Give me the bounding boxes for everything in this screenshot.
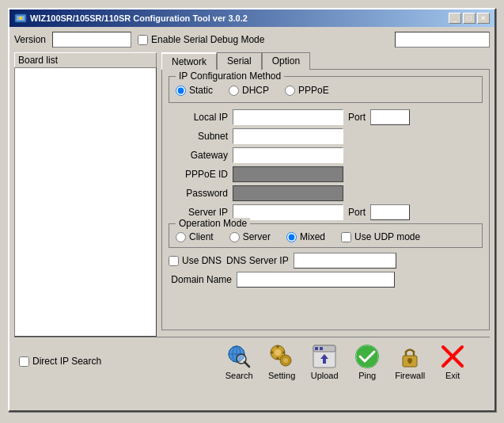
app-icon [14, 12, 27, 25]
search-button[interactable]: Search [218, 341, 260, 382]
exit-button[interactable]: Exit [432, 341, 473, 382]
operation-mode-group: Operation Mode Client Server [169, 223, 483, 248]
main-area: Board list Network Serial Option IP Conf… [14, 52, 490, 337]
svg-point-2 [19, 17, 22, 20]
minimize-button[interactable]: _ [449, 13, 461, 24]
gateway-input[interactable] [233, 147, 343, 163]
enable-serial-debug-checkbox[interactable] [138, 35, 148, 45]
tab-network[interactable]: Network [161, 52, 217, 70]
port-label: Port [348, 112, 366, 123]
use-dns-checkbox[interactable] [169, 256, 179, 266]
pppoe-id-label: PPPoE ID [169, 169, 228, 180]
subnet-input[interactable] [233, 128, 343, 144]
ping-button[interactable]: Ping [347, 341, 388, 382]
domain-name-label: Domain Name [169, 274, 232, 285]
firewall-icon [396, 342, 424, 371]
ip-config-radio-group: Static DHCP PPPoE [176, 85, 476, 96]
toolbar: Search [218, 341, 473, 382]
ip-config-title: IP Configuration Method [176, 70, 284, 82]
upload-button[interactable]: Upload [304, 341, 345, 382]
dhcp-radio[interactable] [229, 86, 239, 96]
gateway-label: Gateway [169, 150, 228, 161]
subnet-label: Subnet [169, 131, 228, 142]
port-input[interactable] [370, 109, 410, 125]
tab-bar: Network Serial Option [161, 52, 490, 70]
domain-name-input[interactable] [237, 272, 395, 288]
top-row: Version Enable Serial Debug Mode [14, 32, 490, 48]
password-input[interactable] [233, 185, 343, 201]
board-list-header: Board list [14, 52, 157, 67]
pppoe-id-row: PPPoE ID [169, 166, 483, 182]
enable-serial-debug-label: Enable Serial Debug Mode [138, 34, 264, 45]
svg-point-11 [275, 349, 281, 356]
maximize-button[interactable]: □ [463, 13, 476, 24]
udp-mode-checkbox[interactable] [341, 232, 351, 242]
mixed-radio[interactable] [286, 232, 297, 242]
dns-server-ip-label: DNS Server IP [226, 255, 289, 266]
svg-point-13 [283, 358, 288, 363]
svg-rect-20 [315, 347, 318, 350]
server-radio[interactable] [229, 232, 240, 242]
board-list-box[interactable] [14, 67, 157, 337]
bottom-bar: Direct IP Search [14, 337, 490, 385]
server-port-label: Port [348, 207, 366, 218]
search-icon [225, 342, 253, 371]
direct-ip-search-label: Direct IP Search [19, 356, 101, 367]
local-ip-input[interactable] [233, 109, 343, 125]
server-port-input[interactable] [370, 204, 410, 220]
local-ip-row: Local IP Port [169, 109, 483, 125]
pppoe-radio[interactable] [285, 86, 295, 96]
tab-content-network: IP Configuration Method Static DHCP [161, 69, 490, 330]
version-input[interactable] [52, 32, 131, 48]
title-bar: WIZ100SR/105SR/110SR Configuration Tool … [9, 10, 495, 27]
password-label: Password [169, 188, 228, 199]
svg-rect-17 [282, 352, 285, 354]
top-right-input[interactable] [395, 32, 490, 48]
window-title: WIZ100SR/105SR/110SR Configuration Tool … [30, 13, 248, 23]
version-label: Version [14, 34, 46, 45]
title-buttons: _ □ ✕ [449, 13, 490, 24]
domain-row: Domain Name [169, 272, 483, 288]
setting-label: Setting [268, 371, 295, 380]
search-label: Search [225, 371, 253, 380]
client-radio[interactable] [176, 232, 186, 242]
setting-button[interactable]: Setting [261, 341, 302, 382]
svg-rect-15 [277, 357, 279, 360]
dhcp-radio-label: DHCP [229, 85, 269, 96]
static-radio-label: Static [176, 85, 213, 96]
server-radio-label: Server [229, 231, 271, 242]
dns-row: Use DNS DNS Server IP [169, 253, 483, 269]
use-dns-label: Use DNS [169, 255, 222, 266]
operation-mode-title: Operation Mode [176, 218, 250, 229]
udp-mode-label: Use UDP mode [341, 231, 420, 242]
svg-rect-14 [277, 345, 279, 348]
close-button[interactable]: ✕ [477, 13, 490, 24]
title-bar-left: WIZ100SR/105SR/110SR Configuration Tool … [14, 12, 248, 25]
static-radio[interactable] [176, 86, 186, 96]
setting-icon [267, 342, 296, 371]
exit-label: Exit [445, 371, 460, 380]
tab-option[interactable]: Option [262, 52, 310, 70]
local-ip-label: Local IP [169, 112, 228, 123]
pppoe-radio-label: PPPoE [285, 85, 329, 96]
gateway-row: Gateway [169, 147, 483, 163]
main-window: WIZ100SR/105SR/110SR Configuration Tool … [8, 8, 496, 412]
firewall-button[interactable]: Firewall [389, 341, 430, 382]
dns-server-ip-input[interactable] [294, 253, 396, 269]
ip-config-group: IP Configuration Method Static DHCP [169, 76, 483, 103]
window-content: Version Enable Serial Debug Mode Board l… [9, 27, 495, 390]
ping-icon [353, 342, 381, 371]
operation-mode-radio-group: Client Server Mixed [176, 231, 476, 242]
firewall-label: Firewall [395, 371, 425, 380]
tab-serial[interactable]: Serial [217, 52, 262, 70]
mixed-radio-label: Mixed [286, 231, 325, 242]
ping-label: Ping [358, 371, 376, 380]
server-ip-label: Server IP [169, 207, 228, 218]
board-panel: Board list [14, 52, 157, 337]
svg-rect-16 [271, 352, 273, 354]
upload-icon [310, 342, 339, 371]
direct-ip-search-checkbox[interactable] [19, 356, 29, 367]
svg-rect-21 [320, 347, 323, 350]
pppoe-id-input[interactable] [233, 166, 343, 182]
upload-label: Upload [311, 371, 339, 380]
